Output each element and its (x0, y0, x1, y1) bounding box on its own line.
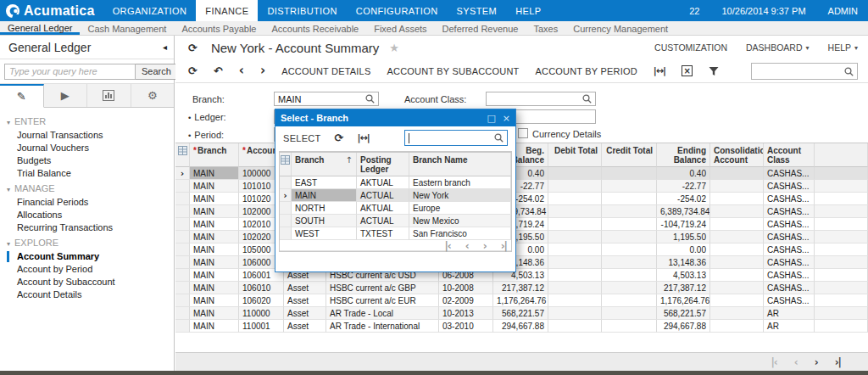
sidebar-tab-reports[interactable] (87, 84, 131, 107)
row-selector-cell[interactable] (175, 193, 190, 205)
grid-search-input[interactable] (752, 66, 844, 76)
row-selector-cell[interactable] (175, 282, 190, 294)
column-header-posting-ledger[interactable]: Posting Ledger (357, 153, 409, 176)
next-page-icon[interactable]: › (815, 356, 818, 368)
subnav-cash-management[interactable]: Cash Management (80, 21, 174, 35)
subnav-deferred-revenue[interactable]: Deferred Revenue (435, 21, 526, 35)
previous-page-icon[interactable]: ‹ (465, 240, 469, 252)
sidebar-item-account-details[interactable]: Account Details (0, 288, 174, 301)
row-selector-cell[interactable] (175, 218, 190, 231)
filter-icon[interactable] (709, 66, 719, 76)
previous-record-icon[interactable]: ‹ (239, 64, 244, 77)
undo-icon[interactable]: ↶ (214, 65, 223, 76)
help-link[interactable]: HELP▾ (828, 42, 858, 53)
branch-row-west[interactable]: WESTTXTESTSan Francisco (280, 227, 511, 240)
sidebar-item-account-by-subaccount[interactable]: Account by Subaccount (0, 276, 174, 288)
row-selector-cell[interactable] (175, 307, 190, 320)
table-row[interactable]: MAIN110001AssetAR Trade - International0… (175, 320, 868, 333)
export-excel-icon[interactable]: × (682, 65, 693, 76)
menu-finance[interactable]: FINANCE (196, 0, 258, 21)
menu-configuration[interactable]: CONFIGURATION (347, 0, 448, 21)
column-header-consolidation-account[interactable]: Consolidation Account (710, 143, 764, 167)
last-page-icon[interactable]: ›| (501, 240, 507, 252)
row-selector-cell[interactable]: › (175, 167, 190, 180)
fit-width-icon[interactable]: |↔| (654, 66, 665, 76)
sidebar-item-journal-transactions[interactable]: Journal Transactions (0, 129, 174, 142)
next-record-icon[interactable]: › (260, 64, 265, 77)
dialog-titlebar[interactable]: Select - Branch □ × (275, 109, 515, 126)
row-selector-cell[interactable] (175, 180, 190, 193)
first-page-icon[interactable]: |‹ (444, 240, 450, 252)
maximize-icon[interactable]: □ (487, 114, 495, 123)
row-selector-cell[interactable] (175, 243, 190, 256)
customization-link[interactable]: CUSTOMIZATION (654, 42, 727, 53)
previous-page-icon[interactable]: ‹ (794, 356, 798, 368)
row-selector-cell[interactable] (175, 320, 190, 333)
currency-details-checkbox[interactable] (518, 128, 528, 138)
table-row[interactable]: MAIN110000AssetAR Trade - Local10-201356… (175, 307, 868, 320)
sidebar-item-budgets[interactable]: Budgets (0, 154, 174, 167)
sidebar-item-trial-balance[interactable]: Trial Balance (0, 167, 174, 180)
subnav-fixed-assets[interactable]: Fixed Assets (366, 21, 434, 35)
account-by-period-button[interactable]: ACCOUNT BY PERIOD (535, 66, 637, 76)
subnav-currency-management[interactable]: Currency Management (565, 21, 676, 35)
column-header-credit-total[interactable]: Credit Total (602, 143, 657, 167)
last-page-icon[interactable]: ›| (835, 356, 841, 368)
dialog-search-input[interactable] (409, 133, 494, 143)
subnav-taxes[interactable]: Taxes (526, 21, 565, 35)
column-header-account-class[interactable]: Account Class (764, 143, 815, 167)
menu-help[interactable]: HELP (506, 0, 550, 21)
grid-corner-cell[interactable] (280, 153, 292, 176)
account-details-button[interactable]: ACCOUNT DETAILS (281, 66, 370, 76)
subnav-accounts-payable[interactable]: Accounts Payable (174, 21, 264, 35)
section-enter[interactable]: ▾ENTER (0, 113, 174, 129)
column-header-branch[interactable]: *Branch (190, 143, 239, 167)
sidebar-item-account-by-period[interactable]: Account by Period (0, 263, 174, 276)
sidebar-tab-setup[interactable]: ⚙ (131, 84, 175, 107)
sidebar-search-input[interactable] (4, 64, 136, 80)
column-header-branch[interactable]: Branch↑ (292, 153, 357, 176)
notification-count[interactable]: 22 (689, 6, 699, 16)
next-page-icon[interactable]: › (483, 240, 487, 252)
first-page-icon[interactable]: |‹ (771, 356, 776, 368)
branch-row-north[interactable]: NORTHAKTUALEurope (280, 202, 511, 215)
account-by-subaccount-button[interactable]: ACCOUNT BY SUBACCOUNT (387, 66, 519, 76)
menu-distribution[interactable]: DISTRIBUTION (258, 0, 346, 21)
menu-system[interactable]: SYSTEM (448, 0, 507, 21)
table-row[interactable]: MAIN106010AssetHSBC current a/c GBP10-20… (175, 282, 868, 294)
branch-input[interactable] (275, 94, 365, 104)
subnav-general-ledger[interactable]: General Ledger (0, 21, 80, 35)
column-header-ending-balance[interactable]: Ending Balance (657, 143, 710, 167)
menu-organization[interactable]: ORGANIZATION (103, 0, 197, 21)
row-selector-cell[interactable] (280, 202, 292, 215)
row-selector-cell[interactable] (280, 227, 292, 240)
sidebar-tab-enter[interactable]: ✎ (0, 84, 44, 108)
row-selector-cell[interactable] (175, 269, 190, 282)
datetime-display[interactable]: 10/26/2014 9:37 PM (721, 6, 805, 16)
user-menu[interactable]: ADMIN (828, 6, 858, 16)
branch-row-main[interactable]: ›MAINACTUALNew York (280, 189, 511, 202)
branch-row-south[interactable]: SOUTHACTUALNew Mexico (280, 215, 511, 227)
column-header-branch-name[interactable]: Branch Name (409, 153, 511, 176)
sidebar-tab-processes[interactable]: ▶ (44, 84, 88, 107)
section-manage[interactable]: ▾MANAGE (0, 180, 174, 196)
lookup-icon[interactable] (365, 94, 375, 104)
lookup-icon[interactable] (582, 94, 592, 104)
favorite-star-icon[interactable]: ★ (389, 42, 399, 54)
subnav-accounts-receivable[interactable]: Accounts Receivable (264, 21, 366, 35)
row-selector-cell[interactable] (280, 176, 292, 189)
section-explore[interactable]: ▾EXPLORE (0, 234, 174, 250)
row-selector-cell[interactable] (280, 215, 292, 227)
close-icon[interactable]: × (503, 114, 510, 123)
account-class-input[interactable] (487, 94, 582, 104)
dashboard-link[interactable]: DASHBOARD▾ (746, 42, 810, 53)
branch-refresh-icon[interactable]: ⟳ (188, 42, 198, 54)
sidebar-collapse-icon[interactable]: ◂ (159, 41, 170, 53)
sidebar-item-account-summary[interactable]: Account Summary (0, 250, 174, 263)
select-button[interactable]: SELECT (283, 133, 321, 143)
row-selector-cell[interactable] (175, 231, 190, 243)
refresh-icon[interactable]: ⟳ (335, 132, 344, 143)
table-row[interactable]: MAIN106020AssetHSBC current a/c EUR02-20… (175, 294, 868, 307)
row-selector-cell[interactable] (175, 294, 190, 307)
acumatica-logo[interactable]: Acumatica (0, 0, 103, 21)
